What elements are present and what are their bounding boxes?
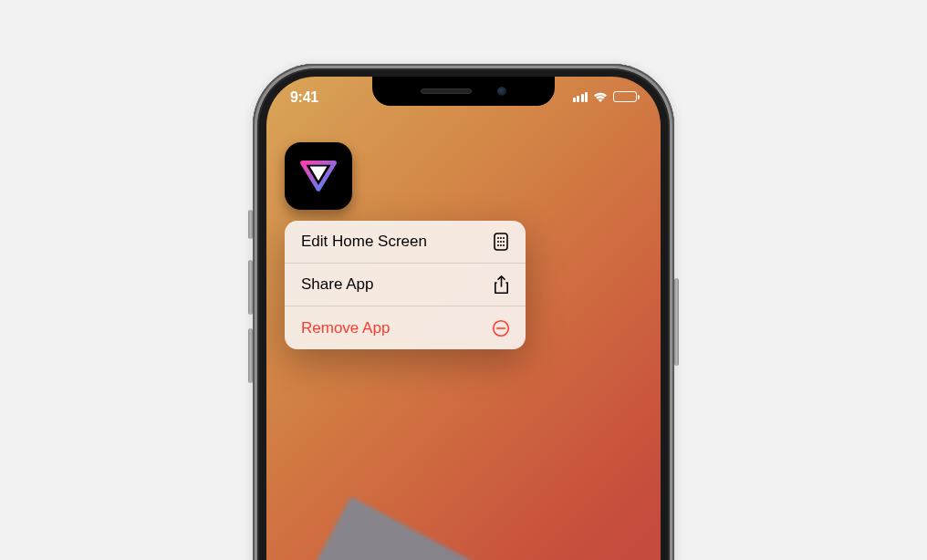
screen: 9:41: [266, 77, 661, 560]
cellular-icon: [573, 92, 588, 102]
menu-item-remove-app[interactable]: Remove App: [285, 306, 526, 349]
wifi-icon: [592, 91, 609, 103]
svg-point-5: [503, 237, 505, 239]
battery-icon: [613, 91, 637, 102]
remove-icon: [491, 319, 511, 337]
front-camera: [497, 87, 506, 96]
svg-point-9: [497, 244, 499, 246]
menu-item-share-app[interactable]: Share App: [285, 264, 526, 306]
menu-item-edit-home-screen[interactable]: Edit Home Screen: [285, 221, 526, 264]
context-menu: Edit Home Screen Share App: [285, 221, 526, 349]
status-time: 9:41: [290, 88, 381, 106]
apps-grid-icon: [491, 233, 511, 251]
svg-point-6: [497, 241, 499, 243]
svg-point-3: [497, 237, 499, 239]
share-icon: [491, 275, 511, 295]
svg-point-10: [500, 244, 502, 246]
svg-point-4: [500, 237, 502, 239]
app-icon[interactable]: [285, 142, 352, 210]
status-indicators: [546, 91, 637, 103]
side-button[interactable]: [674, 278, 679, 366]
volume-down-button[interactable]: [248, 328, 253, 383]
ring-silent-switch[interactable]: [248, 210, 253, 239]
volume-up-button[interactable]: [248, 260, 253, 315]
menu-item-label: Remove App: [301, 319, 390, 337]
menu-item-label: Edit Home Screen: [301, 233, 427, 251]
app-logo-icon: [295, 152, 342, 200]
wallpaper-shape: [266, 496, 661, 560]
svg-point-7: [500, 241, 502, 243]
notch: [372, 77, 555, 106]
speaker-grille: [421, 88, 472, 94]
iphone-frame: 9:41: [253, 64, 674, 560]
menu-item-label: Share App: [301, 275, 373, 294]
svg-point-8: [503, 241, 505, 243]
svg-point-11: [503, 244, 505, 246]
